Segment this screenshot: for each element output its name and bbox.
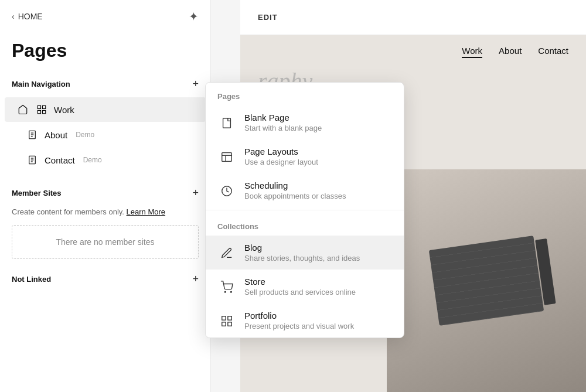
no-member-sites-box: There are no member sites (12, 225, 199, 259)
page-icon-about (26, 128, 39, 141)
store-icon (217, 278, 236, 296)
dropdown-item-blog[interactable]: Blog Share stories, thoughts, and ideas (206, 236, 404, 270)
notebook-body (429, 236, 544, 326)
dropdown-divider (206, 210, 404, 210)
svg-point-17 (224, 291, 226, 292)
notebook-lines (429, 236, 544, 326)
svg-rect-22 (228, 322, 231, 326)
sparkle-icon[interactable]: ✦ (189, 9, 199, 23)
svg-rect-3 (43, 111, 46, 114)
scheduling-desc: Book appointments or classes (244, 192, 346, 200)
blank-page-desc: Start with a blank page (244, 124, 322, 132)
dropdown-item-scheduling[interactable]: Scheduling Book appointments or classes (206, 173, 404, 207)
grid-icon (35, 103, 48, 116)
learn-more-link[interactable]: Learn More (127, 207, 165, 216)
layout-icon (217, 148, 236, 166)
back-chevron-icon: ‹ (12, 12, 15, 21)
page-icon-contact (26, 154, 39, 166)
nav-item-work[interactable]: Work (5, 97, 206, 122)
member-sites-header: Member Sites + (12, 182, 199, 204)
dropdown-collections-title: Collections (206, 213, 404, 236)
member-sites-desc: Create content for members only. Learn M… (12, 206, 199, 218)
contact-label: Contact (45, 155, 75, 165)
preview-topbar: EDIT (240, 0, 586, 35)
portfolio-icon (217, 312, 236, 330)
svg-rect-0 (38, 105, 40, 108)
preview-nav-work[interactable]: Work (462, 46, 482, 58)
store-text: Store Sell products and services online (244, 277, 356, 296)
about-label: About (45, 130, 67, 140)
clock-icon (217, 182, 236, 200)
back-home-button[interactable]: ‹ HOME (12, 12, 43, 21)
svg-rect-20 (228, 316, 231, 320)
member-sites-title: Member Sites (12, 189, 62, 197)
preview-photo (387, 169, 586, 392)
svg-rect-13 (222, 153, 232, 162)
dropdown-pages-title: Pages (206, 83, 404, 105)
blank-page-name: Blank Page (244, 113, 322, 122)
preview-nav-contact[interactable]: Contact (538, 46, 568, 58)
svg-rect-19 (222, 316, 226, 320)
blog-icon (217, 244, 236, 263)
no-member-sites-label: There are no member sites (56, 237, 154, 247)
blank-page-text: Blank Page Start with a blank page (244, 113, 322, 132)
dropdown-item-blank-page[interactable]: Blank Page Start with a blank page (206, 105, 404, 139)
portfolio-text: Portfolio Present projects and visual wo… (244, 311, 354, 330)
back-home-label: HOME (18, 12, 43, 21)
notebook-image (429, 236, 544, 326)
svg-rect-21 (222, 322, 226, 326)
add-main-nav-button[interactable]: + (192, 78, 199, 90)
preview-nav: Work About Contact (240, 35, 586, 58)
edit-label: EDIT (258, 13, 278, 22)
blog-name: Blog (244, 243, 360, 253)
svg-rect-12 (223, 118, 231, 128)
svg-point-18 (230, 291, 231, 292)
blank-page-icon (217, 114, 236, 132)
not-linked-title: Not Linked (12, 275, 51, 284)
sidebar: ‹ HOME ✦ Pages Main Navigation + Work (0, 0, 211, 392)
add-not-linked-button[interactable]: + (192, 273, 199, 285)
dropdown-panel: Pages Blank Page Start with a blank page… (205, 82, 404, 338)
portfolio-name: Portfolio (244, 311, 354, 321)
page-layouts-desc: Use a designer layout (244, 158, 318, 166)
nav-item-about[interactable]: About Demo (5, 122, 206, 147)
sidebar-header: ‹ HOME ✦ (0, 0, 210, 30)
about-badge: Demo (76, 131, 94, 139)
home-icon (16, 103, 29, 116)
nav-item-contact[interactable]: Contact Demo (5, 148, 206, 172)
contact-badge: Demo (83, 156, 102, 164)
work-label: Work (54, 105, 74, 115)
svg-rect-2 (38, 111, 40, 114)
page-title: Pages (0, 30, 210, 73)
scheduling-text: Scheduling Book appointments or classes (244, 180, 346, 200)
page-layouts-text: Page Layouts Use a designer layout (244, 146, 318, 166)
dropdown-item-store[interactable]: Store Sell products and services online (206, 270, 404, 304)
scheduling-name: Scheduling (244, 180, 346, 190)
member-sites-section: Member Sites + Create content for member… (0, 173, 210, 264)
portfolio-desc: Present projects and visual work (244, 322, 354, 330)
store-name: Store (244, 277, 356, 287)
add-member-site-button[interactable]: + (192, 187, 199, 199)
svg-rect-1 (43, 105, 46, 108)
page-layouts-name: Page Layouts (244, 146, 318, 156)
dropdown-item-page-layouts[interactable]: Page Layouts Use a designer layout (206, 139, 404, 173)
store-desc: Sell products and services online (244, 288, 356, 296)
main-nav-title: Main Navigation (12, 80, 70, 88)
dropdown-item-portfolio[interactable]: Portfolio Present projects and visual wo… (206, 304, 404, 338)
blog-text: Blog Share stories, thoughts, and ideas (244, 243, 360, 263)
not-linked-section: Not Linked + (0, 264, 210, 290)
preview-nav-about[interactable]: About (499, 46, 522, 58)
member-desc-text: Create content for members only. (12, 207, 124, 216)
main-nav-section-header: Main Navigation + (0, 73, 210, 95)
blog-desc: Share stories, thoughts, and ideas (244, 254, 360, 263)
